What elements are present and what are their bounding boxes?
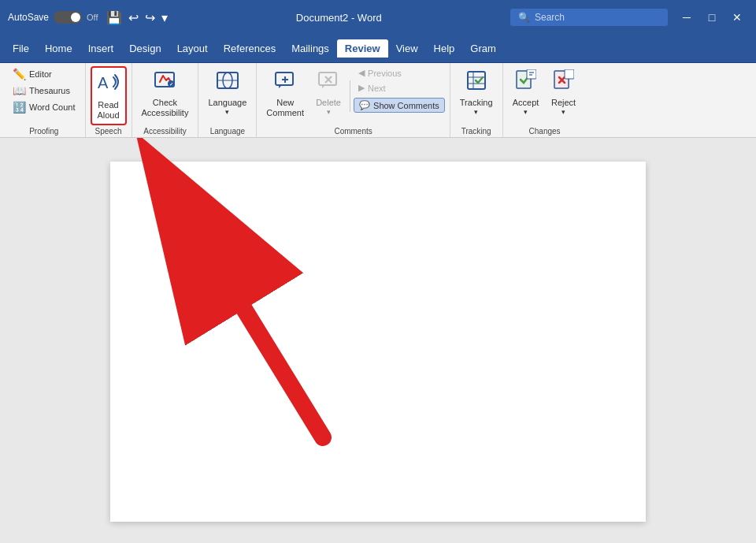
wordcount-icon: 🔢 xyxy=(13,101,26,113)
ribbon-group-speech: A ReadAloud Speech xyxy=(86,63,132,137)
show-comments-button[interactable]: 💬 Show Comments xyxy=(354,98,445,113)
comments-items: NewComment Delete ▾ ◀ xyxy=(261,66,444,125)
document-title: Document2 - Word xyxy=(168,12,510,24)
read-aloud-button[interactable]: A ReadAloud xyxy=(91,66,127,125)
changes-label: Changes xyxy=(508,125,582,136)
tracking-button[interactable]: Tracking ▾ xyxy=(455,66,498,119)
editor-label: Editor xyxy=(29,69,52,79)
svg-rect-24 xyxy=(565,69,574,79)
new-comment-button[interactable]: NewComment xyxy=(261,66,309,121)
accept-button[interactable]: Accept ▾ xyxy=(508,66,544,119)
toggle-knob xyxy=(71,13,80,22)
accessibility-label: Accessibility xyxy=(137,125,194,136)
ribbon-group-comments: NewComment Delete ▾ ◀ xyxy=(257,63,450,137)
menu-mailings[interactable]: Mailings xyxy=(284,39,337,58)
document-page[interactable] xyxy=(110,162,646,522)
changes-items: Accept ▾ Reject ▾ xyxy=(508,66,582,125)
menu-review[interactable]: Review xyxy=(337,39,388,58)
svg-text:A: A xyxy=(98,74,109,91)
speech-items: A ReadAloud xyxy=(91,66,127,125)
language-icon xyxy=(217,69,239,96)
search-placeholder: Search xyxy=(535,12,565,23)
new-comment-icon xyxy=(274,69,296,96)
editor-icon: ✏️ xyxy=(13,68,26,80)
tracking-icon xyxy=(465,69,487,96)
menu-help[interactable]: Help xyxy=(426,39,463,58)
comments-label: Comments xyxy=(261,125,444,136)
autosave-area: AutoSave Off xyxy=(8,11,98,24)
menu-view[interactable]: View xyxy=(388,39,426,58)
new-comment-label: NewComment xyxy=(266,98,304,118)
next-button[interactable]: ▶ Next xyxy=(354,81,445,95)
tracking-items: Tracking ▾ xyxy=(455,66,498,125)
next-icon: ▶ xyxy=(358,83,365,93)
editor-button[interactable]: ✏️ Editor xyxy=(8,66,80,82)
thesaurus-icon: 📖 xyxy=(13,84,26,97)
svg-text:✓: ✓ xyxy=(169,82,173,87)
language-items: Language ▾ xyxy=(203,66,251,125)
language-label: Language xyxy=(208,98,246,108)
delete-chevron: ▾ xyxy=(327,108,331,116)
next-label: Next xyxy=(368,84,386,93)
menu-layout[interactable]: Layout xyxy=(169,39,216,58)
search-icon: 🔍 xyxy=(518,12,530,23)
ribbon: ✏️ Editor 📖 Thesaurus 🔢 Word Count Proof… xyxy=(0,63,756,138)
reject-label: Reject xyxy=(551,98,576,108)
wordcount-label: Word Count xyxy=(29,102,76,112)
read-aloud-icon: A xyxy=(98,71,120,99)
delete-label: Delete xyxy=(316,98,341,108)
title-bar: AutoSave Off 💾 ↩ ↪ ▾ Document2 - Word 🔍 … xyxy=(0,0,756,35)
menu-bar: File Home Insert Design Layout Reference… xyxy=(0,35,756,63)
previous-icon: ◀ xyxy=(358,68,365,78)
save-icon[interactable]: 💾 xyxy=(106,10,122,25)
previous-button[interactable]: ◀ Previous xyxy=(354,66,445,80)
close-button[interactable]: ✕ xyxy=(726,6,748,28)
accessibility-icon: ✓ xyxy=(154,69,176,96)
language-button[interactable]: Language ▾ xyxy=(203,66,251,119)
ribbon-group-accessibility: ✓ CheckAccessibility Accessibility xyxy=(132,63,199,137)
proofing-buttons: ✏️ Editor 📖 Thesaurus 🔢 Word Count xyxy=(8,66,80,115)
text-cursor xyxy=(205,264,206,278)
autosave-off-label: Off xyxy=(87,13,98,22)
document-area xyxy=(0,138,756,543)
reject-button[interactable]: Reject ▾ xyxy=(546,66,582,119)
undo-icon[interactable]: ↩ xyxy=(128,10,139,25)
menu-gram[interactable]: Gram xyxy=(462,39,504,58)
svg-rect-18 xyxy=(527,69,536,79)
check-accessibility-label: CheckAccessibility xyxy=(142,98,189,118)
tracking-label: Tracking xyxy=(460,98,493,108)
accept-chevron: ▾ xyxy=(524,108,528,116)
menu-home[interactable]: Home xyxy=(37,39,80,58)
menu-file[interactable]: File xyxy=(5,39,37,58)
menu-insert[interactable]: Insert xyxy=(80,39,122,58)
ribbon-group-changes: Accept ▾ Reject ▾ Changes xyxy=(503,63,587,137)
proofing-items: ✏️ Editor 📖 Thesaurus 🔢 Word Count xyxy=(8,66,80,125)
accept-icon xyxy=(516,69,536,96)
thesaurus-label: Thesaurus xyxy=(29,86,70,95)
window-controls: ─ □ ✕ xyxy=(676,6,748,28)
maximize-button[interactable]: □ xyxy=(701,6,723,28)
ribbon-group-proofing: ✏️ Editor 📖 Thesaurus 🔢 Word Count Proof… xyxy=(3,63,86,137)
menu-design[interactable]: Design xyxy=(121,39,169,58)
read-aloud-label: ReadAloud xyxy=(97,100,119,121)
customize-icon[interactable]: ▾ xyxy=(161,10,168,25)
search-bar[interactable]: 🔍 Search xyxy=(510,9,668,26)
ribbon-group-language: Language ▾ Language xyxy=(198,63,257,137)
redo-icon[interactable]: ↪ xyxy=(145,10,155,25)
proofing-label: Proofing xyxy=(8,125,80,136)
check-accessibility-button[interactable]: ✓ CheckAccessibility xyxy=(137,66,194,121)
minimize-button[interactable]: ─ xyxy=(676,6,698,28)
divider xyxy=(350,80,350,112)
show-comments-icon: 💬 xyxy=(359,100,370,110)
wordcount-button[interactable]: 🔢 Word Count xyxy=(8,99,80,115)
delete-button[interactable]: Delete ▾ xyxy=(310,66,346,119)
tracking-label-group: Tracking xyxy=(455,125,498,136)
menu-references[interactable]: References xyxy=(216,39,284,58)
reject-chevron: ▾ xyxy=(561,108,565,116)
tracking-chevron: ▾ xyxy=(474,108,478,116)
thesaurus-button[interactable]: 📖 Thesaurus xyxy=(8,83,80,99)
show-comments-label: Show Comments xyxy=(373,101,439,110)
reject-icon xyxy=(554,69,574,96)
autosave-toggle[interactable] xyxy=(54,11,82,24)
previous-label: Previous xyxy=(368,69,402,78)
